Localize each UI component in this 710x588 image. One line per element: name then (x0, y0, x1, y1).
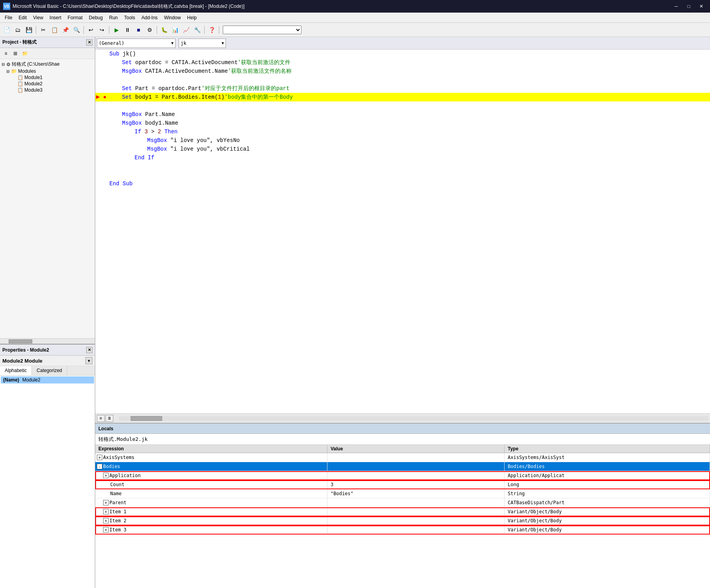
tree-root-label: 转格式 (C:\Users\Shae (12, 61, 59, 68)
stop-button[interactable]: ■ (133, 25, 144, 35)
redo-button[interactable]: ↪ (97, 25, 107, 35)
debug1-button[interactable]: 🐛 (159, 25, 169, 35)
general-dropdown[interactable]: (General) ▼ (97, 39, 176, 48)
module1-icon: 📋 (17, 75, 23, 80)
code-editor[interactable]: Sub jk()Set opartdoc = CATIA.ActiveDocum… (95, 50, 710, 413)
breakpoint-dot: ● (103, 93, 106, 101)
menu-tools[interactable]: Tools (121, 14, 138, 21)
project-hscroll[interactable] (0, 338, 95, 344)
tree-module3[interactable]: 📋 Module3 (0, 87, 95, 93)
project-hscroll-thumb[interactable] (9, 339, 32, 343)
debug3-button[interactable]: 📈 (181, 25, 191, 35)
expand-button[interactable]: - (97, 464, 102, 469)
code-line-11: MsgBox "i love you", vbCritical (95, 145, 710, 153)
table-row[interactable]: +ApplicationApplication/Applicat (95, 471, 710, 480)
code-header: (General) ▼ jk ▼ (95, 37, 710, 50)
pause-button[interactable]: ⏸ (122, 25, 133, 35)
table-row[interactable]: Count3Long (95, 480, 710, 489)
new-button[interactable]: 📄 (2, 25, 12, 35)
menu-insert[interactable]: Insert (46, 14, 65, 21)
combo-btn[interactable]: 🗂 (13, 25, 23, 35)
find-button[interactable]: 🔍 (71, 25, 81, 35)
prop-module-label: Module2 Module (2, 358, 85, 364)
project-panel: Project - 转格式 ✕ ≡ ⊞ 📁 ⊟ ⚙ 转格式 (C:\Users\… (0, 37, 95, 344)
table-row[interactable]: +Item 1Variant/Object/Body (95, 507, 710, 516)
debug4-button[interactable]: 🔧 (192, 25, 202, 35)
dropdown2-arrow: ▼ (222, 41, 224, 45)
expand-modules: ⊟ (6, 69, 11, 74)
code-line-0: Sub jk() (95, 50, 710, 58)
jk-dropdown[interactable]: jk ▼ (179, 39, 226, 48)
full-module-btn[interactable]: ≣ (105, 415, 113, 422)
table-row[interactable]: +AxisSystemsAxisSystems/AxisSyst (95, 453, 710, 462)
module2-icon: 📋 (17, 81, 23, 87)
code-bottom-bar: ≡ ≣ (95, 413, 710, 423)
menu-help[interactable]: Help (184, 14, 200, 21)
locals-section: Locals 转格式.Module2.jk Expression Value T… (95, 423, 710, 588)
col-value-header: Value (327, 445, 505, 453)
copy-button[interactable]: 📋 (49, 25, 59, 35)
properties-panel-close[interactable]: ✕ (86, 347, 92, 353)
project-panel-title: Project - 转格式 (2, 39, 37, 46)
debug2-button[interactable]: 📊 (170, 25, 180, 35)
run-button[interactable]: ▶ (111, 25, 122, 35)
code-hscroll-thumb[interactable] (131, 416, 162, 421)
tree-module2[interactable]: 📋 Module2 (0, 81, 95, 87)
locals-header: Locals (95, 424, 710, 434)
view-object-btn[interactable]: ⊞ (11, 49, 20, 58)
sep6 (219, 26, 219, 34)
cut-button[interactable]: ✂ (38, 25, 48, 35)
close-button[interactable]: ✕ (696, 2, 707, 10)
toolbar: 📄 🗂 💾 ✂ 📋 📌 🔍 ↩ ↪ ▶ ⏸ ■ ⚙ 🐛 📊 📈 🔧 ❓ (0, 23, 710, 37)
prop-module-dropdown[interactable]: ▼ (85, 357, 92, 364)
expand-button[interactable]: + (97, 455, 102, 460)
view-code-btn[interactable]: ≡ (2, 49, 10, 58)
menu-file[interactable]: File (2, 14, 15, 21)
design-button[interactable]: ⚙ (144, 25, 155, 35)
code-line-8: MsgBox body1.Name (95, 119, 710, 127)
menu-window[interactable]: Window (161, 14, 184, 21)
tree-module1-label: Module1 (24, 75, 43, 80)
proc-view-btn[interactable]: ≡ (97, 415, 105, 422)
tab-alphabetic[interactable]: Alphabetic (0, 366, 32, 375)
tab-categorized[interactable]: Categorized (32, 366, 67, 375)
table-row[interactable]: +ParentCATBaseDispatch/Part (95, 498, 710, 507)
table-row[interactable]: -BodiesBodies/Bodies (95, 462, 710, 471)
left-panel: Project - 转格式 ✕ ≡ ⊞ 📁 ⊟ ⚙ 转格式 (C:\Users\… (0, 37, 95, 588)
project-panel-close[interactable]: ✕ (86, 39, 92, 46)
table-row[interactable]: +Item 2Variant/Object/Body (95, 516, 710, 525)
tree-module3-label: Module3 (24, 87, 43, 93)
tree-root[interactable]: ⊟ ⚙ 转格式 (C:\Users\Shae (0, 61, 95, 68)
save-button[interactable]: 💾 (24, 25, 34, 35)
prop-content: (Name) Module2 (0, 376, 95, 588)
paste-button[interactable]: 📌 (60, 25, 70, 35)
menu-addins[interactable]: Add-Ins (138, 14, 161, 21)
help-button[interactable]: ❓ (207, 25, 217, 35)
table-row[interactable]: +Item 3Variant/Object/Body (95, 525, 710, 535)
code-line-5: ▶●Set body1 = Part.Bodies.Item(1)'body集合… (95, 93, 710, 101)
expand-button[interactable]: + (103, 527, 109, 533)
menu-format[interactable]: Format (65, 14, 86, 21)
menu-run[interactable]: Run (106, 14, 121, 21)
toolbar-dropdown[interactable] (223, 26, 301, 34)
expand-button[interactable]: + (103, 518, 109, 523)
expand-button[interactable]: + (103, 509, 109, 514)
menu-edit[interactable]: Edit (15, 14, 30, 21)
expand-button[interactable]: + (103, 473, 109, 478)
toggle-folders-btn[interactable]: 📁 (20, 49, 29, 58)
tree-module1[interactable]: 📋 Module1 (0, 74, 95, 81)
menu-view[interactable]: View (30, 14, 46, 21)
menu-debug[interactable]: Debug (86, 14, 106, 21)
code-hscroll[interactable] (119, 416, 708, 421)
app-icon: VB (3, 3, 10, 10)
tree-modules-group[interactable]: ⊟ 📁 Modules (0, 68, 95, 74)
minimize-button[interactable]: ─ (671, 2, 682, 10)
modules-icon: 📁 (11, 68, 17, 74)
code-line-13 (95, 162, 710, 171)
table-row[interactable]: Name"Bodies"String (95, 489, 710, 498)
undo-button[interactable]: ↩ (86, 25, 96, 35)
dropdown1-arrow: ▼ (171, 41, 174, 45)
expand-button[interactable]: + (103, 500, 109, 505)
code-line-4: Set Part = opartdoc.Part'对应于文件打开后的根目录的pa… (95, 84, 710, 93)
maximize-button[interactable]: □ (683, 2, 694, 10)
